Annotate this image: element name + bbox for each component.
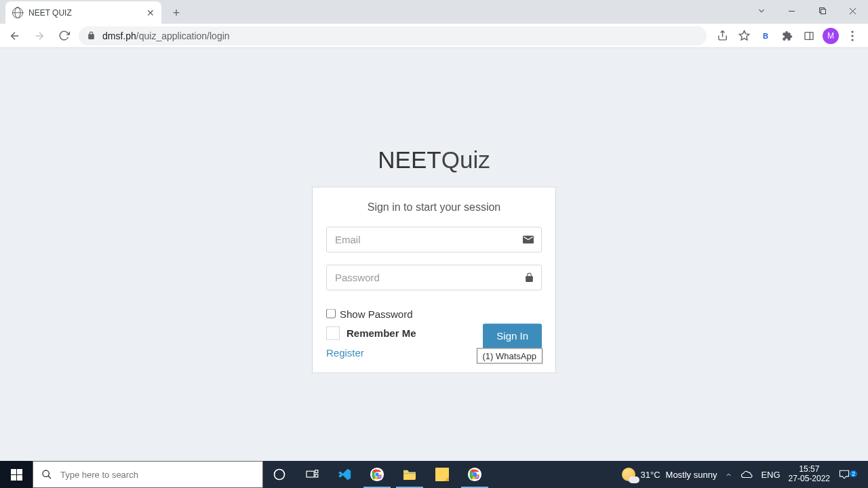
file-explorer-icon[interactable] (393, 461, 426, 488)
browser-tab[interactable]: NEET QUIZ ✕ (5, 1, 161, 24)
show-password-checkbox[interactable]: Show Password (326, 308, 542, 319)
link-preview-tooltip: (1) WhatsApp (477, 348, 542, 363)
password-field[interactable] (326, 264, 542, 290)
page-viewport: NEETQuiz Sign in to start your session (0, 48, 868, 488)
show-password-label: Show Password (340, 308, 413, 319)
chrome-secondary-icon[interactable]: M (458, 461, 491, 488)
new-tab-button[interactable]: + (167, 3, 186, 22)
task-view-icon[interactable] (296, 461, 328, 488)
password-group (326, 264, 542, 290)
envelope-icon (523, 235, 534, 243)
tab-strip: NEET QUIZ ✕ + (0, 0, 868, 24)
search-placeholder: Type here to search (60, 470, 138, 480)
remember-me-checkbox[interactable]: Remember Me (326, 326, 416, 340)
chrome-menu-icon[interactable] (842, 26, 863, 45)
weather-temp: 31°C (641, 470, 660, 480)
taskbar-search[interactable]: Type here to search (33, 461, 263, 488)
globe-icon (12, 7, 23, 18)
url-host: dmsf.ph (102, 30, 136, 41)
svg-line-15 (48, 476, 51, 479)
search-icon (41, 469, 52, 480)
tab-search-icon[interactable] (746, 6, 776, 16)
profile-avatar[interactable]: M (821, 26, 841, 45)
windows-logo-icon (11, 469, 22, 481)
remember-me-label: Remember Me (347, 327, 416, 339)
bitwarden-extension-icon[interactable]: B (755, 26, 776, 45)
avatar-letter: M (823, 28, 839, 44)
login-subtitle: Sign in to start your session (326, 201, 542, 213)
svg-point-14 (43, 470, 49, 476)
time-text: 15:57 (789, 465, 830, 474)
vscode-icon[interactable] (328, 461, 361, 488)
svg-point-16 (275, 470, 285, 480)
checkbox-box[interactable] (326, 326, 340, 340)
extensions-icon[interactable] (777, 26, 797, 45)
sticky-notes-icon[interactable] (426, 461, 458, 488)
svg-point-13 (851, 39, 853, 41)
svg-text:M: M (378, 476, 380, 479)
date-text: 27-05-2022 (789, 474, 830, 484)
close-window-button[interactable] (837, 1, 868, 21)
start-button[interactable] (0, 461, 33, 488)
register-link[interactable]: Register (326, 346, 364, 358)
notification-badge: 2 (850, 470, 857, 477)
show-password-input[interactable] (326, 309, 336, 319)
browser-toolbar: dmsf.ph/quiz_application/login B M (0, 24, 868, 48)
app-logo: NEETQuiz (312, 146, 556, 173)
system-tray: 31°C Mostly sunny ENG 15:57 27-05-2022 2 (615, 461, 868, 488)
minimize-button[interactable] (776, 1, 807, 21)
address-bar[interactable]: dmsf.ph/quiz_application/login (79, 26, 707, 45)
tray-chevron-icon[interactable] (725, 471, 732, 479)
lock-icon (87, 31, 96, 40)
svg-rect-9 (805, 32, 813, 39)
tab-title: NEET QUIZ (28, 8, 141, 18)
svg-point-11 (851, 30, 853, 33)
weather-text: Mostly sunny (666, 470, 717, 480)
svg-marker-8 (739, 30, 749, 39)
forward-button[interactable] (30, 26, 49, 45)
svg-rect-18 (315, 470, 318, 473)
lock-icon (525, 272, 534, 283)
svg-rect-2 (821, 9, 825, 14)
url-path: /quiz_application/login (136, 30, 230, 41)
svg-point-12 (851, 35, 853, 37)
url-text: dmsf.ph/quiz_application/login (102, 30, 230, 41)
language-indicator[interactable]: ENG (761, 470, 780, 480)
email-field[interactable] (326, 226, 542, 252)
sidepanel-icon[interactable] (799, 26, 819, 45)
action-center-icon[interactable]: 2 (838, 469, 861, 480)
email-group (326, 226, 542, 252)
login-card: Sign in to start your session Show Pass (312, 186, 556, 373)
cortana-icon[interactable] (263, 461, 296, 488)
svg-rect-19 (315, 474, 318, 477)
svg-text:M: M (476, 476, 478, 479)
share-icon[interactable] (712, 26, 732, 45)
logo-light: Quiz (441, 146, 490, 172)
weather-icon (622, 468, 635, 481)
maximize-button[interactable] (807, 1, 837, 21)
reload-button[interactable] (54, 26, 73, 45)
chrome-icon[interactable]: M (361, 461, 393, 488)
windows-taskbar: Type here to search M M 31°C Mostly sunn… (0, 461, 868, 488)
onedrive-icon[interactable] (741, 470, 753, 479)
logo-bold: NEET (378, 146, 441, 172)
taskbar-apps: M M (263, 461, 491, 488)
window-controls (746, 0, 868, 22)
clock[interactable]: 15:57 27-05-2022 (789, 465, 830, 484)
sign-in-button[interactable]: Sign In (483, 323, 542, 348)
close-tab-icon[interactable]: ✕ (146, 7, 155, 18)
back-button[interactable] (5, 26, 24, 45)
svg-rect-17 (307, 471, 314, 477)
bookmark-star-icon[interactable] (734, 26, 754, 45)
weather-widget[interactable]: 31°C Mostly sunny (622, 468, 717, 481)
